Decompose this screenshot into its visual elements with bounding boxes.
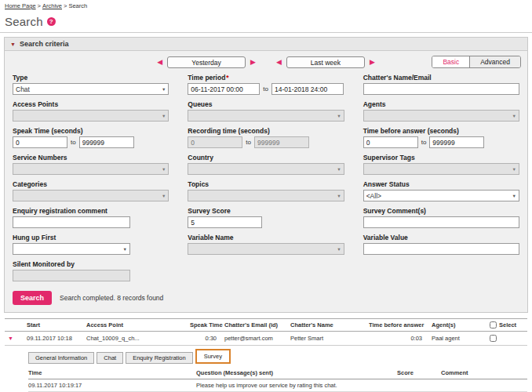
field-country: Country ▼ (188, 154, 344, 175)
breadcrumb-archive-link[interactable]: Archive (42, 2, 62, 9)
survey-comment-input[interactable] (363, 216, 519, 228)
survey-cell-time: 09.11.2017 10:19:17 (28, 382, 196, 389)
quick-date-nav: ◀ Yesterday ▶ ◀ Last week ▶ Basic Advanc… (5, 51, 527, 71)
tab-chat[interactable]: Chat (97, 352, 123, 364)
table-row[interactable]: ▼ 09.11.2017 10:18 Chat_10009_q_ch... 0:… (5, 332, 527, 346)
collapse-row-icon[interactable]: ▼ (8, 336, 13, 341)
to-label: to (421, 139, 427, 146)
help-icon[interactable]: ? (47, 17, 56, 26)
chevron-down-icon: ▼ (162, 194, 166, 198)
chatter-name-email-label: Chatter's Name/Email (363, 74, 519, 82)
cell-speak-time: 0:30 (190, 335, 224, 342)
advanced-button[interactable]: Advanced (470, 56, 520, 67)
supervisor-tags-select[interactable]: ▼ (363, 163, 519, 175)
field-hung-up-first: Hung up First ▼ (13, 234, 169, 255)
field-agents: Agents ▼ (363, 100, 519, 122)
time-period-to-input[interactable] (271, 83, 344, 95)
yesterday-prev-arrow-icon[interactable]: ◀ (157, 59, 162, 66)
time-period-from-input[interactable] (188, 83, 260, 95)
tab-survey[interactable]: Survey (195, 349, 231, 364)
country-select[interactable]: ▼ (188, 163, 344, 175)
cell-start: 09.11.2017 10:18 (27, 335, 86, 342)
tab-enquiry-registration[interactable]: Enquiry Registration (126, 352, 193, 364)
chevron-down-icon: ▼ (162, 167, 166, 172)
answer-status-select[interactable]: <All> ▼ (363, 190, 519, 201)
criteria-fields: Type Chat ▼ Time period* to Chatter's Na… (5, 71, 527, 288)
col-select-label: Select (499, 321, 516, 328)
type-select[interactable]: Chat ▼ (13, 83, 169, 95)
lastweek-next-arrow-icon[interactable]: ▶ (370, 59, 375, 66)
cell-chatters-name: Petter Smart (290, 335, 369, 342)
service-numbers-select[interactable]: ▼ (13, 163, 169, 175)
chatter-name-email-input[interactable] (363, 83, 519, 95)
agents-select[interactable]: ▼ (363, 110, 519, 122)
yesterday-next-arrow-icon[interactable]: ▶ (250, 59, 256, 66)
detail-tabs: General Information Chat Enquiry Registr… (28, 349, 527, 364)
field-enquiry-comment: Enquiry registration comment (13, 207, 169, 228)
survey-col-score: Score (397, 369, 441, 376)
speak-time-to-input[interactable] (79, 136, 134, 148)
chevron-down-icon: ▼ (123, 247, 127, 252)
breadcrumb-separator: > (38, 2, 41, 9)
variable-name-label: Variable Name (188, 234, 344, 241)
time-before-answer-to-input[interactable] (429, 136, 484, 148)
access-points-select[interactable]: ▼ (13, 110, 169, 122)
search-criteria-panel: ▼ Search criteria ◀ Yesterday ▶ ◀ Last w… (4, 37, 528, 313)
col-speak-time: Speak Time (190, 321, 224, 328)
field-time-period: Time period* to (188, 74, 344, 95)
cell-chatters-email: petter@smart.com (224, 335, 290, 342)
row-select-checkbox[interactable] (490, 335, 497, 342)
basic-button[interactable]: Basic (432, 56, 470, 67)
field-survey-score: Survey Score (188, 207, 344, 228)
field-supervisor-tags: Supervisor Tags ▼ (363, 154, 519, 175)
tab-general-information[interactable]: General Information (28, 352, 94, 364)
survey-score-label: Survey Score (188, 207, 344, 215)
chevron-down-icon: ▼ (337, 194, 341, 198)
answer-status-select-value: <All> (366, 192, 381, 200)
variable-value-input[interactable] (363, 243, 519, 255)
speak-time-from-input[interactable] (13, 136, 67, 148)
queues-select[interactable]: ▼ (188, 110, 344, 122)
lastweek-prev-arrow-icon[interactable]: ◀ (276, 59, 282, 66)
col-chatters-name: Chatter's Name (290, 321, 369, 328)
silent-monitored-by-label: Silent Monitored by (13, 260, 169, 268)
time-before-answer-from-input[interactable] (363, 136, 418, 148)
cell-agents: Paal agent (430, 335, 485, 342)
survey-cell-question: Please help us improve our service by ra… (196, 382, 397, 389)
last-week-button[interactable]: Last week (286, 56, 365, 68)
field-speak-time: Speak Time (seconds) to (13, 127, 169, 148)
to-label: to (246, 139, 251, 146)
survey-cell-score (397, 382, 441, 389)
col-chatters-email: Chatter's Email (id) (224, 321, 290, 328)
answer-status-label: Answer Status (363, 180, 519, 188)
field-type: Type Chat ▼ (13, 74, 169, 95)
search-button[interactable]: Search (13, 291, 52, 305)
variable-name-select[interactable]: ▼ (188, 243, 344, 255)
recording-time-to-input (254, 136, 309, 148)
breadcrumb-home-link[interactable]: Home Page (5, 2, 36, 9)
search-criteria-title: Search criteria (20, 40, 69, 48)
search-criteria-header[interactable]: ▼ Search criteria (5, 38, 527, 51)
results-table: Start Access Point Speak Time Chatter's … (0, 313, 532, 392)
required-asterisk: * (226, 74, 228, 82)
enquiry-comment-input[interactable] (13, 216, 130, 228)
speak-time-label: Speak Time (seconds) (13, 127, 169, 135)
survey-header-row: Time Question (Message(s) sent) Score Co… (28, 368, 527, 379)
field-recording-time: Recording time (seconds) to (188, 127, 344, 148)
yesterday-button[interactable]: Yesterday (167, 56, 246, 68)
select-all-checkbox[interactable] (490, 321, 497, 328)
survey-col-question: Question (Message(s) sent) (196, 369, 397, 376)
type-select-value: Chat (16, 85, 30, 93)
chevron-down-icon: ▼ (337, 167, 341, 172)
field-variable-name: Variable Name ▼ (188, 234, 344, 255)
categories-select[interactable]: ▼ (13, 190, 169, 201)
survey-cell-comment (441, 382, 527, 389)
collapse-icon[interactable]: ▼ (10, 42, 16, 47)
country-label: Country (188, 154, 344, 162)
col-agents: Agent(s) (430, 321, 485, 328)
hung-up-first-select[interactable]: ▼ (13, 243, 130, 255)
topics-select[interactable]: ▼ (188, 190, 344, 201)
survey-score-input[interactable] (188, 216, 262, 228)
field-variable-value: Variable Value (363, 234, 519, 255)
chevron-down-icon: ▼ (162, 114, 166, 118)
